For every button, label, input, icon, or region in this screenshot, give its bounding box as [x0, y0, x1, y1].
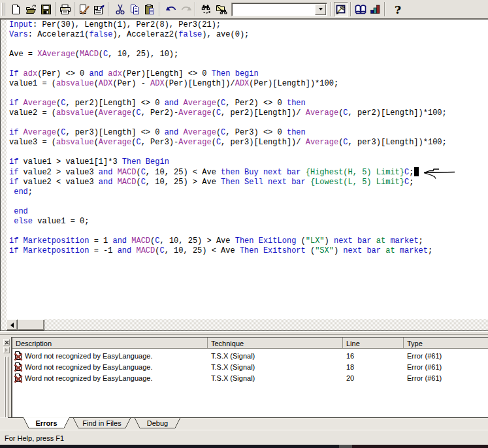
column-header-description[interactable]: Description [12, 338, 208, 348]
open-button[interactable] [24, 1, 39, 17]
taskbar-sliver [0, 445, 488, 448]
dictionary-book-icon [355, 4, 366, 15]
code-line: if Average(C, per3)[Length] <> 0 and Ave… [9, 128, 488, 138]
expand-panel-button[interactable] [3, 347, 10, 353]
error-cell: Error (#61) [407, 352, 442, 360]
help-icon: ? [393, 4, 404, 15]
verify-icon [78, 4, 90, 15]
close-panel-button[interactable] [3, 339, 10, 345]
scrollbar-thumb[interactable] [18, 319, 44, 330]
find-in-files-button[interactable] [214, 1, 229, 17]
code-editor[interactable]: Input: Per(30), Length(1), Per2(8), Per3… [0, 18, 488, 331]
error-panel: DescriptionTechniqueLineType Word not re… [0, 335, 488, 417]
find-in-files-icon [216, 4, 227, 15]
bottom-tabstrip: ErrorsFind in FilesDebug [0, 417, 488, 430]
save-button[interactable] [39, 1, 54, 17]
error-cell: Word not recognized by EasyLanguage. [25, 363, 152, 371]
status-bar: For Help, press F1 [0, 430, 488, 445]
power-editor-button[interactable] [334, 2, 348, 17]
text-cursor [414, 167, 419, 176]
code-line: if value2 > value3 and MACD(C, 10, 25) <… [9, 167, 488, 178]
undo-button[interactable] [163, 1, 178, 17]
column-header-type[interactable]: Type [404, 338, 488, 348]
tab-label[interactable]: Errors [35, 419, 57, 427]
chart-button[interactable] [368, 1, 383, 17]
toolbar-separator [108, 2, 109, 16]
error-cell: 18 [346, 363, 354, 371]
paste-icon [144, 4, 155, 15]
error-cell: T.S.X (Signal) [211, 352, 255, 360]
code-line: If adx(Per) <> 0 and adx(Per)[Length] <>… [9, 69, 488, 79]
find-icon [201, 4, 212, 15]
close-icon [5, 340, 8, 344]
code-line: end [9, 207, 488, 217]
toolbar-grip[interactable] [1, 3, 6, 16]
print-button[interactable] [57, 1, 73, 17]
chart-icon [370, 4, 381, 15]
error-row[interactable]: Word not recognized by EasyLanguage.T.S.… [12, 361, 488, 372]
code-line [9, 197, 488, 207]
redo-icon [180, 4, 192, 15]
code-text[interactable]: Input: Per(30), Length(1), Per2(8), Per3… [7, 20, 488, 319]
copy-icon [129, 4, 140, 15]
code-line: Ave = XAverage(MACD(C, 10, 25), 10); [9, 50, 488, 59]
column-header-technique[interactable]: Technique [208, 338, 343, 348]
error-icon [14, 362, 23, 372]
toolbar-separator [74, 2, 75, 16]
code-line: else value1 = 0; [9, 217, 488, 227]
dictionary-button[interactable] [353, 1, 368, 17]
column-header-line[interactable]: Line [343, 338, 404, 348]
power-editor-icon [335, 4, 347, 15]
arrow-left-icon [10, 323, 14, 328]
code-line: if Marketposition = 1 and MACD(C, 10, 25… [9, 236, 488, 246]
cut-button[interactable] [112, 1, 127, 17]
error-row[interactable]: Word not recognized by EasyLanguage.T.S.… [12, 350, 488, 361]
undo-icon [165, 4, 177, 15]
error-cell: Error (#61) [407, 374, 442, 382]
verify-button[interactable] [76, 1, 91, 17]
toolbar: ? [0, 0, 488, 18]
open-folder-icon [25, 4, 37, 15]
code-line: if Average(C, per2)[Length] <> 0 and Ave… [9, 99, 488, 108]
properties-button[interactable] [91, 1, 106, 17]
scroll-left-button[interactable] [7, 319, 18, 330]
code-line: if value1 > value1[1]*3 Then Begin [9, 157, 488, 167]
error-list-header: DescriptionTechniqueLineType [12, 338, 488, 349]
horizontal-scrollbar[interactable] [7, 319, 488, 330]
error-icon [14, 373, 23, 383]
status-text: For Help, press F1 [5, 434, 64, 442]
error-cell: Error (#61) [407, 363, 442, 371]
tab-label[interactable]: Find in Files [82, 419, 122, 427]
help-button[interactable]: ? [391, 1, 406, 17]
error-row[interactable]: Word not recognized by EasyLanguage.T.S.… [12, 372, 488, 383]
paste-button[interactable] [142, 1, 157, 17]
code-line: if value2 < value3 and MACD(C, 10, 25) >… [9, 178, 488, 187]
code-line: Input: Per(30), Length(1), Per2(8), Per3… [9, 20, 488, 30]
tab-label[interactable]: Debug [147, 419, 168, 427]
function-combobox[interactable] [231, 3, 327, 16]
arrow-right-icon [5, 348, 8, 352]
toolbar-separator [331, 2, 332, 16]
code-line: Vars: Acceleraz1(false), Acceleraz2(fals… [9, 30, 488, 40]
code-line [9, 118, 488, 128]
toolbar-separator [55, 2, 56, 16]
code-line [9, 89, 488, 99]
find-button[interactable] [199, 1, 214, 17]
error-cell: 16 [346, 352, 354, 360]
copy-button[interactable] [127, 1, 142, 17]
toolbar-separator [350, 2, 351, 16]
redo-button[interactable] [178, 1, 193, 17]
new-document-icon [10, 4, 22, 15]
properties-icon [93, 4, 105, 15]
toolbar-separator [195, 2, 196, 16]
toolbar-separator [159, 2, 160, 16]
code-line: value1 = (absvalue(ADX(Per) - ADX(Per)[L… [9, 79, 488, 89]
code-line: value2 = (absvalue(Average(C, Per2)-Aver… [9, 108, 488, 118]
save-icon [41, 4, 52, 15]
new-button[interactable] [8, 1, 24, 17]
power-editor-window: ? Input: Per(30), Length(1), Per2(8), Pe… [0, 0, 488, 448]
error-cell: Word not recognized by EasyLanguage. [25, 352, 152, 360]
combobox-dropdown-button[interactable] [315, 4, 326, 15]
code-line [9, 40, 488, 50]
error-cell: T.S.X (Signal) [211, 374, 255, 382]
